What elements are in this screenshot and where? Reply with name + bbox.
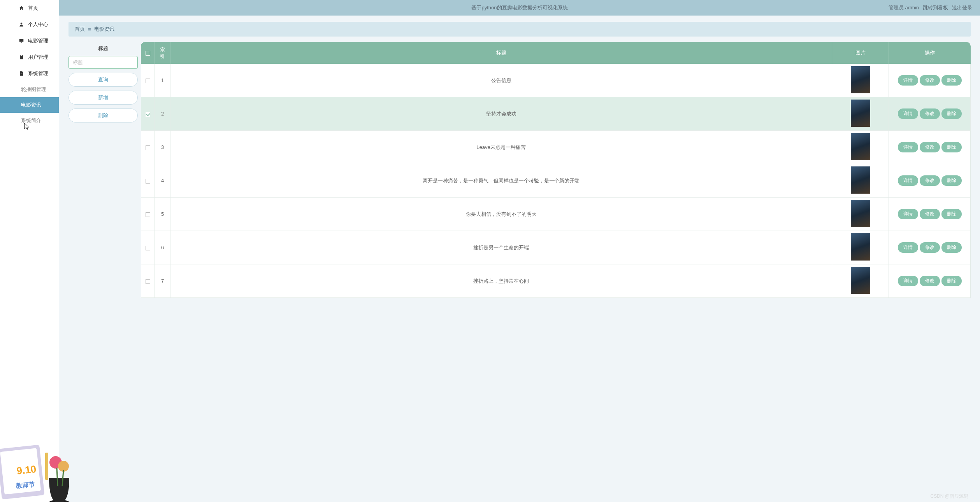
edit-button[interactable]: 修改 <box>920 209 940 219</box>
sidebar-item-profile[interactable]: 个人中心 <box>0 16 59 33</box>
table-row: 6挫折是另一个生命的开端详情修改删除 <box>141 231 971 264</box>
col-title: 标题 <box>170 42 832 64</box>
row-checkbox[interactable] <box>146 246 150 250</box>
col-image: 图片 <box>832 42 889 64</box>
title-input[interactable] <box>68 56 138 69</box>
col-ops: 操作 <box>889 42 971 64</box>
thumbnail-image <box>851 166 870 194</box>
row-ops: 详情修改删除 <box>889 231 971 264</box>
row-image <box>832 231 889 264</box>
svg-rect-5 <box>21 73 22 73</box>
svg-rect-2 <box>21 42 22 43</box>
svg-rect-1 <box>19 39 24 42</box>
filter-label: 标题 <box>68 42 138 56</box>
table-row: 3Leave未必是一种痛苦详情修改删除 <box>141 131 971 164</box>
sidebar-item-label: 电影管理 <box>28 37 48 44</box>
thumbnail-image <box>851 267 870 294</box>
thumbnail-image <box>851 133 870 160</box>
col-checkbox[interactable] <box>141 42 155 64</box>
home-icon <box>19 5 24 11</box>
row-checkbox[interactable] <box>146 212 150 217</box>
row-ops: 详情修改删除 <box>889 64 971 97</box>
edit-button[interactable]: 修改 <box>920 175 940 186</box>
dashboard-link[interactable]: 跳转到看板 <box>923 4 948 11</box>
edit-button[interactable]: 修改 <box>920 108 940 119</box>
sidebar: 首页 个人中心 电影管理 用户管理 系统管理 轮播图管理 电影资讯 系统简介 <box>0 0 59 502</box>
admin-label[interactable]: 管理员 admin <box>889 4 919 11</box>
row-index: 5 <box>155 198 170 231</box>
sidebar-item-system[interactable]: 系统管理 <box>0 65 59 82</box>
row-delete-button[interactable]: 删除 <box>941 108 962 119</box>
sidebar-item-home[interactable]: 首页 <box>0 0 59 16</box>
sidebar-sub-carousel[interactable]: 轮播图管理 <box>0 82 59 97</box>
row-index: 2 <box>155 97 170 131</box>
filter-panel: 标题 查询 新增 删除 <box>68 42 138 502</box>
row-index: 6 <box>155 231 170 264</box>
row-title: 公告信息 <box>170 64 832 97</box>
sidebar-item-movies[interactable]: 电影管理 <box>0 33 59 49</box>
row-title: 挫折是另一个生命的开端 <box>170 231 832 264</box>
svg-rect-3 <box>20 55 23 59</box>
add-button[interactable]: 新增 <box>68 91 138 105</box>
row-delete-button[interactable]: 删除 <box>941 276 962 286</box>
row-image <box>832 198 889 231</box>
delete-button[interactable]: 删除 <box>68 108 138 122</box>
col-index: 索引 <box>155 42 170 64</box>
sidebar-item-users[interactable]: 用户管理 <box>0 49 59 65</box>
detail-button[interactable]: 详情 <box>898 276 918 286</box>
row-checkbox[interactable] <box>146 179 150 184</box>
row-title: Leave未必是一种痛苦 <box>170 131 832 164</box>
detail-button[interactable]: 详情 <box>898 142 918 152</box>
breadcrumb-current: 电影资讯 <box>94 26 114 33</box>
row-index: 3 <box>155 131 170 164</box>
query-button[interactable]: 查询 <box>68 73 138 87</box>
svg-point-0 <box>21 23 23 24</box>
row-image <box>832 164 889 198</box>
row-delete-button[interactable]: 删除 <box>941 175 962 186</box>
row-ops: 详情修改删除 <box>889 97 971 131</box>
row-title: 坚持才会成功 <box>170 97 832 131</box>
edit-button[interactable]: 修改 <box>920 75 940 86</box>
row-checkbox[interactable] <box>146 79 150 83</box>
row-checkbox[interactable] <box>146 145 150 150</box>
edit-button[interactable]: 修改 <box>920 242 940 253</box>
row-delete-button[interactable]: 删除 <box>941 209 962 219</box>
table-row: 7挫折路上，坚持常在心间详情修改删除 <box>141 264 971 298</box>
row-delete-button[interactable]: 删除 <box>941 75 962 86</box>
logout-link[interactable]: 退出登录 <box>952 4 972 11</box>
file-icon <box>19 71 24 76</box>
row-delete-button[interactable]: 删除 <box>941 242 962 253</box>
detail-button[interactable]: 详情 <box>898 175 918 186</box>
row-checkbox[interactable] <box>146 112 150 117</box>
breadcrumb-home[interactable]: 首页 <box>75 26 85 33</box>
row-title: 挫折路上，坚持常在心间 <box>170 264 832 298</box>
row-checkbox[interactable] <box>146 279 150 284</box>
sidebar-sub-intro[interactable]: 系统简介 <box>0 113 59 128</box>
svg-rect-6 <box>21 74 22 74</box>
thumbnail-image <box>851 200 870 227</box>
row-image <box>832 97 889 131</box>
main: 基于python的豆瓣电影数据分析可视化系统 管理员 admin 跳转到看板 退… <box>59 0 980 502</box>
row-delete-button[interactable]: 删除 <box>941 142 962 152</box>
detail-button[interactable]: 详情 <box>898 242 918 253</box>
table-row: 2坚持才会成功详情修改删除 <box>141 97 971 131</box>
detail-button[interactable]: 详情 <box>898 75 918 86</box>
breadcrumb-sep: ≡ <box>88 26 91 32</box>
row-image <box>832 64 889 97</box>
detail-button[interactable]: 详情 <box>898 209 918 219</box>
data-table: 索引 标题 图片 操作 1公告信息详情修改删除2坚持才会成功详情修改删除3Lea… <box>141 42 971 502</box>
sidebar-sub-news[interactable]: 电影资讯 <box>0 97 59 113</box>
row-title: 你要去相信，没有到不了的明天 <box>170 198 832 231</box>
thumbnail-image <box>851 66 870 93</box>
table-row: 1公告信息详情修改删除 <box>141 64 971 97</box>
row-ops: 详情修改删除 <box>889 198 971 231</box>
row-ops: 详情修改删除 <box>889 264 971 298</box>
edit-button[interactable]: 修改 <box>920 276 940 286</box>
thumbnail-image <box>851 233 870 261</box>
edit-button[interactable]: 修改 <box>920 142 940 152</box>
breadcrumb: 首页 ≡ 电影资讯 <box>68 22 971 37</box>
detail-button[interactable]: 详情 <box>898 108 918 119</box>
watermark: CSDN @雨辰源码 <box>930 493 968 500</box>
row-index: 7 <box>155 264 170 298</box>
row-image <box>832 264 889 298</box>
